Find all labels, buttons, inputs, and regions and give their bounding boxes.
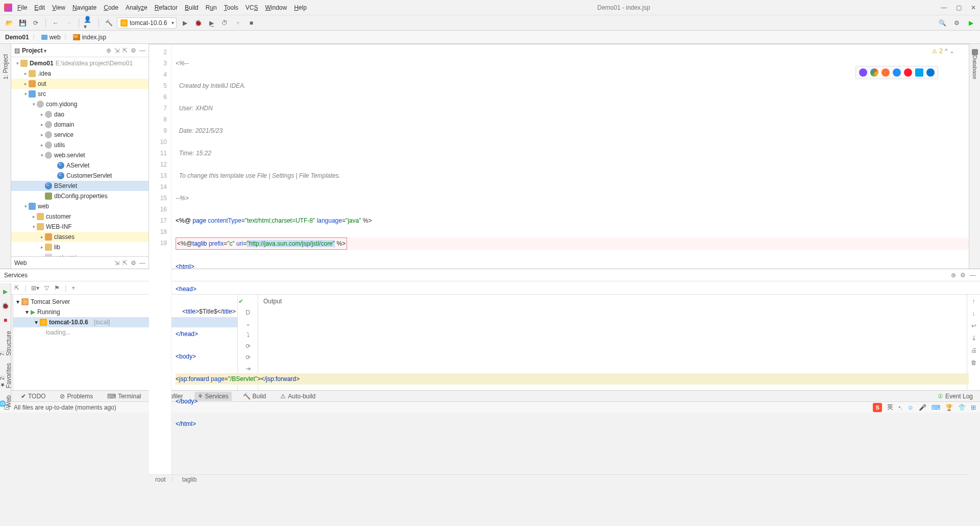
main-toolbar: 📂 💾 ⟳ ← → 👤▾ 🔨 tomcat-10.0.6 ▶ 🐞 ▶̲ ⏱ ▾ …	[0, 15, 980, 31]
code-text[interactable]: <%-- Created by IntelliJ IDEA. User: XHD…	[172, 44, 969, 474]
project-pane: ▤ Project ⊕ ⇲ ⇱ ⚙ — ▾Demo01E:\idea\idea …	[11, 44, 149, 269]
gutter: 2345678910111213141516171819	[149, 44, 172, 474]
menu-run[interactable]: Run	[206, 4, 217, 11]
menu-view[interactable]: View	[52, 4, 65, 11]
menu-help[interactable]: Help	[294, 4, 307, 11]
scroll-end-icon[interactable]: ⤓	[971, 334, 976, 342]
bug-green-icon[interactable]: 🐞	[2, 302, 9, 309]
collapse-icon[interactable]: ⇱	[122, 47, 128, 54]
main-menu: File Edit View Navigate Code Analyze Ref…	[17, 4, 307, 11]
edge-icon[interactable]	[926, 68, 935, 77]
left-tool-rail: 1: Project	[0, 44, 11, 269]
settings-icon[interactable]: ⚙	[951, 18, 962, 28]
left-strip: ▶ 🐞 ■ 7: Structure ★ 2: Favorites 🌐 Web	[0, 283, 11, 402]
todo-button[interactable]: ✔ TODO	[18, 392, 48, 401]
inspection-badge[interactable]: ⚠ 2 ^ ⌄	[932, 47, 954, 55]
project-tool-button[interactable]: 1: Project	[2, 54, 9, 80]
web-tool-button[interactable]: 🌐 Web	[0, 395, 12, 408]
crumb-file[interactable]: index.jsp	[73, 34, 106, 41]
more-run-icon[interactable]: ▾	[233, 18, 243, 28]
tomcat-icon	[120, 19, 128, 27]
open-icon[interactable]: 📂	[4, 18, 14, 28]
services-hide-icon[interactable]: —	[970, 272, 976, 279]
menu-window[interactable]: Window	[265, 4, 287, 11]
forward-icon[interactable]: →	[64, 18, 74, 28]
menu-analyze[interactable]: Analyze	[126, 4, 148, 11]
menu-tools[interactable]: Tools	[224, 4, 238, 11]
stop-red-icon[interactable]: ■	[4, 317, 7, 324]
right-tool-rail: Database	[969, 44, 980, 269]
editor-crumb: root〉taglib	[149, 474, 969, 484]
titlebar: File Edit View Navigate Code Analyze Ref…	[0, 0, 980, 15]
settings-tree-icon[interactable]: ⚙	[131, 47, 136, 54]
project-title[interactable]: Project	[22, 47, 46, 54]
flag-icon[interactable]: ⚑	[54, 284, 60, 292]
search-icon[interactable]: 🔍	[937, 18, 947, 28]
project-view-icon: ▤	[14, 47, 20, 54]
tree-bservlet[interactable]: BServlet	[11, 181, 149, 191]
collapse-all-icon[interactable]: ⇱	[14, 284, 19, 292]
minimize-icon[interactable]: —	[941, 4, 947, 11]
menu-file[interactable]: File	[17, 4, 27, 11]
debug-icon[interactable]: 🐞	[193, 18, 203, 28]
group-icon[interactable]: ⊞▾	[31, 284, 39, 292]
hammer-icon[interactable]: 🔨	[104, 18, 114, 28]
down-icon[interactable]: ↓	[972, 310, 975, 317]
menu-edit[interactable]: Edit	[34, 4, 45, 11]
crumb-web[interactable]: web	[41, 34, 61, 41]
menu-build[interactable]: Build	[185, 4, 199, 11]
back-icon[interactable]: ←	[51, 18, 61, 28]
window-title: Demo01 - index.jsp	[307, 4, 941, 11]
profile-icon[interactable]: ⏱	[219, 18, 230, 28]
plus-icon[interactable]: +	[71, 284, 75, 292]
trash-icon[interactable]: 🗑	[971, 359, 977, 366]
grid-icon[interactable]: ⊞	[971, 404, 976, 411]
close-icon[interactable]: ✕	[971, 4, 976, 11]
opera-icon[interactable]	[904, 68, 912, 77]
web-pane-header[interactable]: Web ⇲⇱⚙—	[11, 256, 149, 269]
browser-icons[interactable]	[855, 66, 938, 79]
ie-icon[interactable]	[915, 68, 923, 77]
menu-navigate[interactable]: Navigate	[72, 4, 96, 11]
services-output: Output	[258, 295, 967, 390]
database-icon[interactable]	[972, 49, 978, 55]
code-area[interactable]: 2345678910111213141516171819 <%-- Create…	[149, 44, 969, 474]
locate-icon[interactable]: ⊕	[106, 47, 111, 54]
menu-vcs[interactable]: VCS	[246, 4, 258, 11]
nav-breadcrumb: Demo01 〉 web 〉 index.jsp	[0, 31, 980, 44]
problems-button[interactable]: ⊘ Problems	[57, 392, 96, 401]
softwrap-icon[interactable]: ↩	[971, 322, 976, 329]
filter-icon[interactable]: ▽	[44, 284, 49, 292]
up-icon[interactable]: ↑	[972, 298, 975, 305]
project-header: ▤ Project ⊕ ⇲ ⇱ ⚙ —	[11, 44, 149, 57]
rerun-green-icon[interactable]: ▶	[3, 288, 8, 295]
hide-icon[interactable]: —	[139, 47, 145, 54]
stop-icon[interactable]: ■	[246, 18, 256, 28]
coverage-icon[interactable]: ▶̲	[206, 18, 216, 28]
expand-icon[interactable]: ⇲	[114, 47, 119, 54]
run-icon[interactable]: ▶	[180, 18, 190, 28]
sync-icon[interactable]: ⟳	[31, 18, 41, 28]
project-tree[interactable]: ▾Demo01E:\idea\idea project\Demo01 ▸.ide…	[11, 57, 149, 256]
run-config-dropdown[interactable]: tomcat-10.0.6	[117, 17, 177, 29]
app-logo-icon	[4, 4, 12, 12]
menu-refactor[interactable]: Refactor	[155, 4, 178, 11]
avatar-icon[interactable]: 👤▾	[84, 18, 94, 28]
firefox-icon[interactable]	[881, 68, 890, 77]
chrome-icon[interactable]	[870, 68, 878, 77]
print-icon[interactable]: 🖨	[971, 347, 977, 354]
save-icon[interactable]: 💾	[17, 18, 28, 28]
intellij-icon[interactable]	[859, 68, 867, 77]
assist-icon[interactable]: ▶	[966, 18, 976, 28]
check-icon: ✔	[238, 298, 243, 305]
structure-tool-button[interactable]: 7: Structure	[0, 331, 12, 356]
menu-code[interactable]: Code	[104, 4, 118, 11]
maximize-icon[interactable]: ▢	[956, 4, 962, 11]
favorites-tool-button[interactable]: ★ 2: Favorites	[0, 363, 12, 388]
safari-icon[interactable]	[893, 68, 901, 77]
editor: index.jsp× customer_list.jsp× CustomerSe…	[149, 44, 969, 269]
database-tool-button[interactable]: Database	[972, 55, 978, 79]
status-message: All files are up-to-date (moments ago)	[14, 404, 116, 411]
crumb-project[interactable]: Demo01	[5, 34, 29, 41]
terminal-button[interactable]: ⌨ Terminal	[104, 392, 144, 401]
